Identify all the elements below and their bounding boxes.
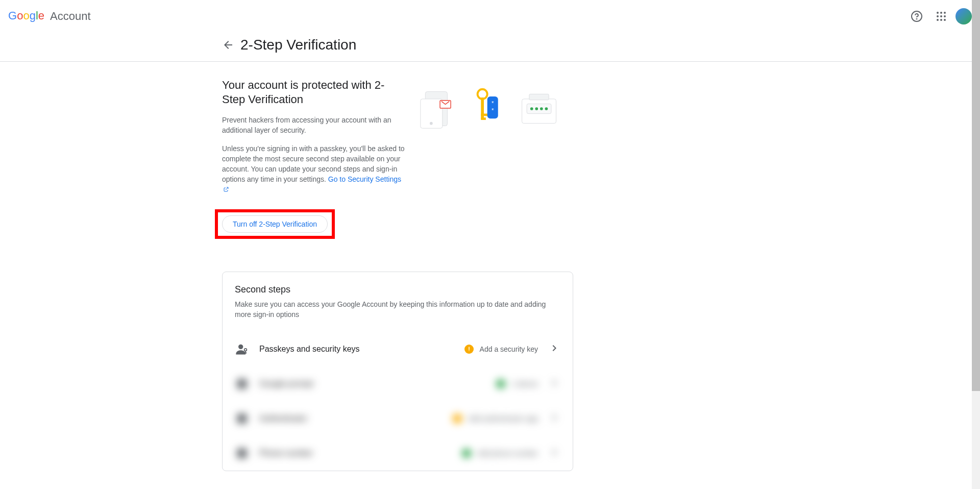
status-text: Add authenticator app xyxy=(468,414,538,423)
second-steps-card: Second steps Make sure you can access yo… xyxy=(222,272,573,471)
back-arrow-icon[interactable] xyxy=(222,39,234,51)
apps-grid-icon[interactable] xyxy=(931,6,951,27)
step-label: Authenticator xyxy=(259,414,443,423)
step-label: Google prompt xyxy=(259,379,486,388)
svg-point-28 xyxy=(540,107,543,110)
svg-text:*: * xyxy=(491,100,494,106)
svg-point-5 xyxy=(944,12,946,14)
svg-text:Google: Google xyxy=(8,10,44,22)
intro-desc-2: Unless you're signing in with a passkey,… xyxy=(222,143,406,195)
svg-point-3 xyxy=(937,12,939,14)
step-blurred-3: Phone number Add phone number xyxy=(223,436,573,471)
link-text: Go to Security Settings xyxy=(328,175,401,183)
step-status: Add authenticator app xyxy=(453,414,538,423)
help-icon[interactable] xyxy=(906,6,927,27)
intro-section: Your account is protected with 2-Step Ve… xyxy=(222,78,573,195)
main-content: Your account is protected with 2-Step Ve… xyxy=(222,62,573,471)
turn-off-2sv-button[interactable]: Turn off 2-Step Verification xyxy=(222,215,328,233)
scrollbar[interactable] xyxy=(972,0,980,471)
svg-rect-18 xyxy=(481,114,487,116)
status-text: 1 device xyxy=(511,380,538,388)
svg-point-29 xyxy=(545,107,548,110)
svg-point-14 xyxy=(430,122,433,125)
svg-point-27 xyxy=(535,107,538,110)
chevron-right-icon xyxy=(548,342,560,356)
google-logo[interactable]: Google xyxy=(8,10,46,22)
svg-text:*: * xyxy=(491,107,494,113)
chevron-right-icon xyxy=(548,411,560,426)
passkey-icon xyxy=(235,342,249,356)
title-bar: 2-Step Verification xyxy=(222,33,980,61)
svg-rect-32 xyxy=(237,379,247,389)
security-illustration: * * xyxy=(418,78,561,139)
svg-point-16 xyxy=(477,89,487,99)
warning-badge-icon xyxy=(453,414,462,423)
svg-point-11 xyxy=(944,19,946,21)
svg-point-4 xyxy=(940,12,942,14)
svg-point-2 xyxy=(917,19,917,19)
header-left: Google Account xyxy=(8,10,91,23)
step-status: 1 device xyxy=(496,379,538,388)
card-desc: Make sure you can access your Google Acc… xyxy=(235,299,560,320)
svg-point-10 xyxy=(940,19,942,21)
card-header: Second steps Make sure you can access yo… xyxy=(223,284,573,320)
svg-point-9 xyxy=(937,19,939,21)
intro-text: Your account is protected with 2-Step Ve… xyxy=(222,78,406,195)
warning-badge-icon xyxy=(464,345,474,354)
header-right xyxy=(906,6,972,27)
chevron-right-icon xyxy=(548,377,560,391)
status-text: Add phone number xyxy=(477,449,538,457)
svg-rect-24 xyxy=(529,94,549,100)
page-title: 2-Step Verification xyxy=(240,37,356,53)
step-blurred-1: Google prompt 1 device xyxy=(223,366,573,401)
scrollbar-thumb[interactable] xyxy=(972,0,980,391)
svg-rect-17 xyxy=(481,97,484,119)
status-text: Add a security key xyxy=(480,345,538,353)
intro-title: Your account is protected with 2-Step Ve… xyxy=(222,78,406,107)
highlight-annotation: Turn off 2-Step Verification xyxy=(215,209,335,239)
step-label: Phone number xyxy=(259,449,452,458)
step-status: Add phone number xyxy=(462,449,538,458)
intro-desc-1: Prevent hackers from accessing your acco… xyxy=(222,115,406,135)
step-icon xyxy=(235,377,249,391)
step-passkeys[interactable]: Passkeys and security keys Add a securit… xyxy=(223,332,573,366)
svg-point-30 xyxy=(238,345,243,349)
svg-point-31 xyxy=(244,349,247,351)
user-avatar[interactable] xyxy=(955,8,972,25)
chevron-right-icon xyxy=(548,446,560,460)
svg-point-8 xyxy=(944,15,946,17)
svg-rect-19 xyxy=(481,117,486,120)
step-icon xyxy=(235,446,249,460)
app-header: Google Account xyxy=(0,0,980,33)
svg-point-6 xyxy=(937,15,939,17)
card-title: Second steps xyxy=(235,284,560,295)
success-badge-icon xyxy=(496,379,505,388)
step-blurred-2: Authenticator Add authenticator app xyxy=(223,401,573,436)
svg-point-7 xyxy=(940,15,942,17)
step-label: Passkeys and security keys xyxy=(259,345,454,354)
svg-point-26 xyxy=(530,107,533,110)
external-link-icon xyxy=(223,185,229,195)
svg-rect-34 xyxy=(237,449,247,458)
svg-rect-33 xyxy=(237,414,247,424)
account-label: Account xyxy=(50,10,91,23)
step-status: Add a security key xyxy=(464,345,538,354)
success-badge-icon xyxy=(462,449,471,458)
step-icon xyxy=(235,411,249,426)
